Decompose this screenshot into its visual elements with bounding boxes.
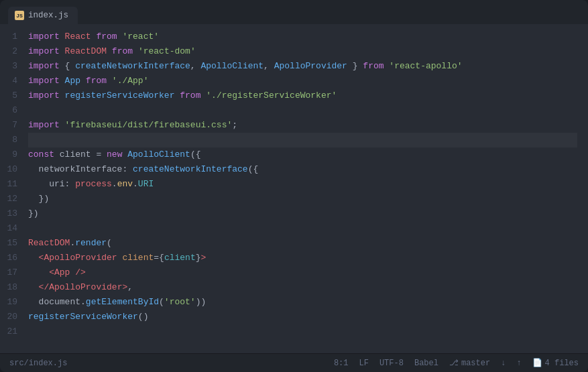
files-count: 📄 4 files — [532, 358, 579, 368]
line-number: 17 — [0, 265, 17, 280]
line-number: 19 — [0, 295, 17, 310]
code-line: ReactDOM.render( — [28, 236, 577, 251]
code-line: uri: process.env.URI — [28, 177, 577, 192]
syntax: Babel — [414, 359, 438, 368]
charset: UTF-8 — [379, 359, 404, 368]
title-bar: JS index.js — [0, 0, 588, 24]
git-branch: ⎇ master — [449, 358, 490, 368]
code-line: }) — [28, 192, 577, 206]
status-left: src/index.js — [9, 359, 67, 368]
line-number: 14 — [0, 221, 17, 236]
line-ending: LF — [359, 359, 369, 368]
line-number: 2 — [0, 44, 17, 59]
code-line: networkInterface: createNetworkInterface… — [28, 162, 577, 177]
line-number: 15 — [0, 236, 17, 251]
status-right: 8:1 LF UTF-8 Babel ⎇ master ↓ ↑ 📄 4 file… — [334, 358, 579, 368]
line-number: 1 — [0, 29, 17, 44]
line-number: 7 — [0, 118, 17, 133]
code-line: import App from './App' — [28, 74, 577, 88]
editor: 123456789101112131415161718192021 import… — [0, 24, 588, 353]
file-icon: 📄 — [532, 358, 542, 368]
line-number: 13 — [0, 206, 17, 221]
js-file-icon: JS — [15, 11, 24, 20]
file-path: src/index.js — [9, 359, 67, 368]
line-number: 9 — [0, 147, 17, 162]
line-numbers: 123456789101112131415161718192021 — [0, 29, 28, 348]
code-line: import 'firebaseui/dist/firebaseui.css'; — [28, 118, 577, 133]
line-number: 10 — [0, 162, 17, 177]
line-number: 16 — [0, 251, 17, 265]
code-line: </ApolloProvider>, — [28, 280, 577, 295]
line-number: 5 — [0, 88, 17, 103]
code-area: 123456789101112131415161718192021 import… — [0, 24, 588, 353]
line-number: 11 — [0, 177, 17, 192]
download-icon: ↓ — [501, 359, 506, 368]
code-line — [28, 221, 577, 236]
line-number: 4 — [0, 74, 17, 88]
code-line: import registerServiceWorker from './reg… — [28, 88, 577, 103]
code-line — [28, 103, 577, 118]
code-line: document.getElementById('root')) — [28, 295, 577, 310]
line-number: 3 — [0, 59, 17, 74]
code-line: import ReactDOM from 'react-dom' — [28, 44, 577, 59]
code-line: import React from 'react' — [28, 29, 577, 44]
code-line: <ApolloProvider client={client}> — [28, 251, 577, 265]
line-number: 12 — [0, 192, 17, 206]
tab-filename: index.js — [28, 11, 68, 20]
line-number: 18 — [0, 280, 17, 295]
line-number: 20 — [0, 310, 17, 324]
code-line: const client = new ApolloClient({ — [28, 147, 577, 162]
code-line: import { createNetworkInterface, ApolloC… — [28, 59, 577, 74]
line-number: 8 — [0, 133, 17, 147]
code-content[interactable]: import React from 'react'import ReactDOM… — [28, 29, 588, 348]
upload-icon: ↑ — [516, 359, 521, 368]
editor-tab[interactable]: JS index.js — [8, 7, 78, 24]
line-col: 8:1 — [334, 359, 349, 368]
code-line: registerServiceWorker() — [28, 310, 577, 324]
status-bar: src/index.js 8:1 LF UTF-8 Babel ⎇ master… — [0, 353, 588, 372]
code-line — [28, 133, 577, 147]
code-line: <App /> — [28, 265, 577, 280]
line-number: 6 — [0, 103, 17, 118]
branch-icon: ⎇ — [449, 358, 459, 368]
line-number: 21 — [0, 324, 17, 339]
code-line: }) — [28, 206, 577, 221]
code-line — [28, 324, 577, 339]
